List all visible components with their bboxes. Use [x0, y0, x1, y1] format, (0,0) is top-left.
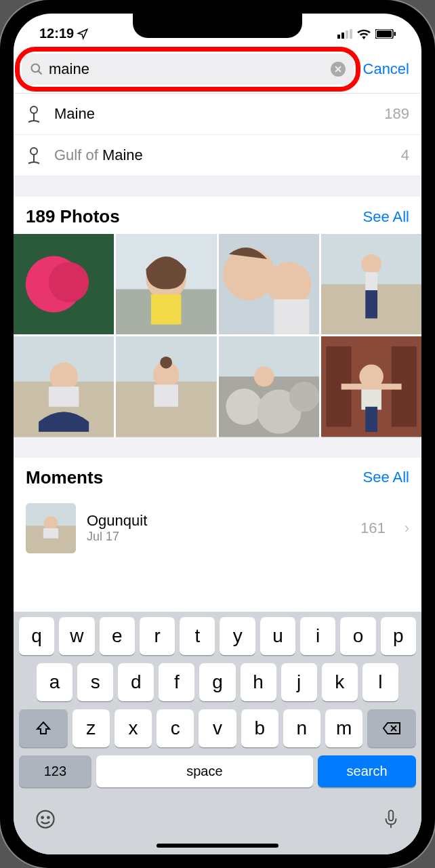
svg-rect-21: [151, 294, 181, 324]
pin-icon: [26, 104, 42, 123]
svg-point-13: [30, 148, 37, 155]
moment-info: Ogunquit Jul 17: [87, 512, 350, 544]
svg-rect-56: [43, 528, 58, 538]
key-y[interactable]: y: [220, 617, 255, 655]
key-a[interactable]: a: [37, 663, 72, 701]
see-all-button[interactable]: See All: [363, 208, 410, 226]
svg-rect-34: [49, 387, 79, 407]
svg-line-8: [39, 71, 42, 75]
suggestion-row[interactable]: Gulf of Maine 4: [14, 135, 421, 176]
photo-thumb[interactable]: [14, 234, 114, 334]
svg-rect-1: [341, 33, 344, 39]
search-field[interactable]: [22, 54, 354, 85]
key-o[interactable]: o: [340, 617, 375, 655]
svg-point-60: [41, 816, 43, 818]
backspace-icon: [382, 722, 401, 735]
emoji-icon[interactable]: [35, 809, 56, 834]
key-r[interactable]: r: [140, 617, 175, 655]
moment-row[interactable]: Ogunquit Jul 17 161 ›: [14, 495, 421, 561]
backspace-key[interactable]: [367, 709, 416, 747]
svg-rect-51: [365, 407, 377, 432]
photo-thumb[interactable]: [116, 336, 216, 437]
svg-point-17: [49, 262, 89, 302]
key-d[interactable]: d: [118, 663, 154, 701]
key-p[interactable]: p: [381, 617, 416, 655]
suggestion-count: 4: [401, 146, 409, 164]
svg-point-7: [32, 64, 40, 73]
photo-thumb[interactable]: [321, 336, 421, 437]
svg-point-44: [289, 382, 318, 412]
search-input[interactable]: [49, 60, 325, 78]
key-l[interactable]: l: [362, 663, 398, 701]
search-icon: [30, 62, 43, 76]
suggestion-text: Gulf of Maine: [54, 146, 389, 164]
key-n[interactable]: n: [283, 709, 320, 747]
key-e[interactable]: e: [100, 617, 135, 655]
svg-rect-6: [394, 32, 396, 36]
pin-icon: [26, 146, 42, 165]
svg-point-33: [49, 363, 78, 391]
key-j[interactable]: j: [281, 663, 317, 701]
photo-thumb[interactable]: [219, 336, 319, 437]
key-b[interactable]: b: [241, 709, 278, 747]
photo-thumb[interactable]: [116, 234, 216, 334]
notch: [133, 14, 302, 38]
svg-rect-39: [154, 384, 179, 407]
key-w[interactable]: w: [59, 617, 94, 655]
svg-rect-25: [274, 299, 309, 334]
key-m[interactable]: m: [325, 709, 362, 747]
key-i[interactable]: i: [300, 617, 335, 655]
space-key[interactable]: space: [96, 755, 313, 787]
key-u[interactable]: u: [260, 617, 295, 655]
key-s[interactable]: s: [77, 663, 113, 701]
key-z[interactable]: z: [72, 709, 110, 747]
svg-point-28: [361, 254, 381, 275]
screen: 12:19 Cancel Maine: [14, 14, 421, 854]
key-g[interactable]: g: [199, 663, 235, 701]
moments-title: Moments: [26, 467, 103, 488]
svg-point-61: [47, 816, 49, 818]
key-v[interactable]: v: [199, 709, 236, 747]
section-gap: [14, 176, 421, 197]
search-key[interactable]: search: [318, 755, 416, 787]
home-indicator[interactable]: [157, 844, 278, 848]
svg-rect-0: [337, 35, 340, 39]
photos-header: 189 Photos See All: [14, 197, 421, 234]
shift-key[interactable]: [19, 709, 68, 747]
key-k[interactable]: k: [322, 663, 358, 701]
svg-point-38: [160, 357, 172, 369]
svg-rect-2: [346, 31, 348, 39]
moment-date: Jul 17: [87, 530, 350, 544]
svg-point-42: [226, 389, 262, 425]
photo-thumb[interactable]: [14, 336, 114, 437]
svg-point-11: [30, 106, 37, 113]
suggestion-count: 189: [384, 105, 409, 123]
svg-point-45: [253, 367, 274, 387]
photo-thumb[interactable]: [219, 234, 319, 334]
see-all-button[interactable]: See All: [363, 469, 410, 486]
key-t[interactable]: t: [180, 617, 215, 655]
svg-rect-30: [365, 290, 377, 319]
svg-point-55: [44, 516, 58, 530]
phone-frame: 12:19 Cancel Maine: [0, 0, 435, 868]
signal-icon: [337, 29, 352, 39]
key-x[interactable]: x: [115, 709, 152, 747]
moment-title: Ogunquit: [87, 512, 350, 530]
key-h[interactable]: h: [241, 663, 276, 701]
svg-rect-5: [377, 31, 392, 37]
status-time: 12:19: [39, 26, 74, 41]
photo-thumb[interactable]: [321, 234, 421, 334]
xmark-icon: [335, 66, 341, 73]
key-c[interactable]: c: [157, 709, 194, 747]
num-key[interactable]: 123: [19, 755, 91, 787]
suggestions-list: Maine 189 Gulf of Maine 4: [14, 94, 421, 176]
cancel-button[interactable]: Cancel: [359, 60, 413, 78]
battery-icon: [375, 29, 396, 39]
mic-icon[interactable]: [382, 809, 400, 834]
suggestion-row[interactable]: Maine 189: [14, 94, 421, 135]
shift-icon: [35, 720, 51, 736]
key-q[interactable]: q: [19, 617, 54, 655]
wifi-icon: [356, 28, 371, 39]
clear-button[interactable]: [331, 62, 346, 77]
key-f[interactable]: f: [159, 663, 194, 701]
